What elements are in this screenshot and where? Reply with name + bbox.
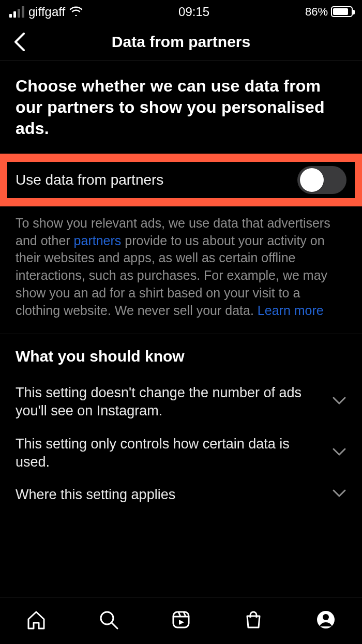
- reels-icon: [170, 609, 192, 631]
- shop-icon: [243, 609, 264, 631]
- status-bar: giffgaff 09:15 86%: [0, 0, 362, 23]
- signal-bars-icon: [9, 6, 24, 18]
- tab-bar: [0, 597, 362, 644]
- svg-rect-1: [173, 612, 189, 627]
- clock: 09:15: [83, 5, 305, 19]
- chevron-left-icon: [13, 33, 26, 51]
- wys-row[interactable]: Where this setting applies: [16, 478, 346, 511]
- carrier-name: giffgaff: [28, 5, 65, 19]
- svg-point-3: [323, 614, 329, 620]
- toggle-highlight: Use data from partners: [0, 154, 362, 206]
- use-data-toggle-switch[interactable]: [297, 166, 346, 194]
- battery-percentage: 86%: [305, 5, 328, 19]
- profile-icon: [315, 609, 337, 631]
- back-button[interactable]: [9, 32, 30, 52]
- tab-search[interactable]: [93, 604, 124, 635]
- divider: [0, 334, 362, 334]
- tab-reels[interactable]: [165, 604, 197, 635]
- use-data-toggle-label: Use data from partners: [16, 172, 163, 188]
- wys-row[interactable]: This setting doesn't change the number o…: [16, 377, 346, 427]
- page-title: Data from partners: [112, 33, 250, 51]
- wifi-icon: [69, 5, 83, 19]
- use-data-toggle-row[interactable]: Use data from partners: [7, 162, 355, 198]
- wys-row[interactable]: This setting only controls how certain d…: [16, 428, 346, 478]
- nav-header: Data from partners: [0, 23, 362, 61]
- chevron-down-icon: [332, 489, 346, 500]
- battery-icon: [331, 6, 353, 17]
- wys-row-label: This setting doesn't change the number o…: [16, 384, 322, 420]
- search-icon: [98, 609, 119, 631]
- home-icon: [25, 609, 47, 631]
- tab-home[interactable]: [21, 604, 52, 635]
- wys-row-label: Where this setting applies: [16, 486, 322, 504]
- tab-profile[interactable]: [310, 604, 341, 635]
- learn-more-link[interactable]: Learn more: [258, 303, 324, 318]
- headline: Choose whether we can use data from our …: [16, 76, 346, 139]
- chevron-down-icon: [332, 447, 346, 459]
- tab-shop[interactable]: [238, 604, 269, 635]
- description-text: To show you relevant ads, we use data th…: [0, 206, 362, 334]
- wys-title: What you should know: [16, 348, 346, 365]
- wys-row-label: This setting only controls how certain d…: [16, 435, 322, 471]
- chevron-down-icon: [332, 396, 346, 408]
- partners-link[interactable]: partners: [74, 233, 122, 248]
